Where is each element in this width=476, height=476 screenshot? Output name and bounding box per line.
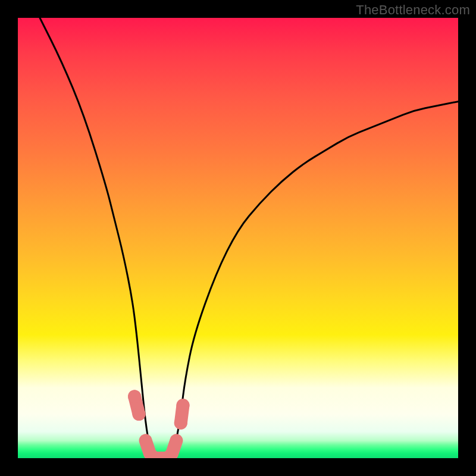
pink-marker-dot [174, 416, 187, 430]
pink-marker-dot [133, 408, 146, 421]
pink-marker-dot [128, 390, 141, 403]
plot-area [18, 18, 458, 458]
curve-overlay [18, 18, 458, 458]
pink-marker-segment [146, 440, 177, 458]
watermark-text: TheBottleneck.com [356, 2, 470, 18]
pink-marker-dot [177, 399, 190, 412]
chart-container: TheBottleneck.com [0, 0, 476, 476]
valley-curve-path [40, 18, 458, 458]
